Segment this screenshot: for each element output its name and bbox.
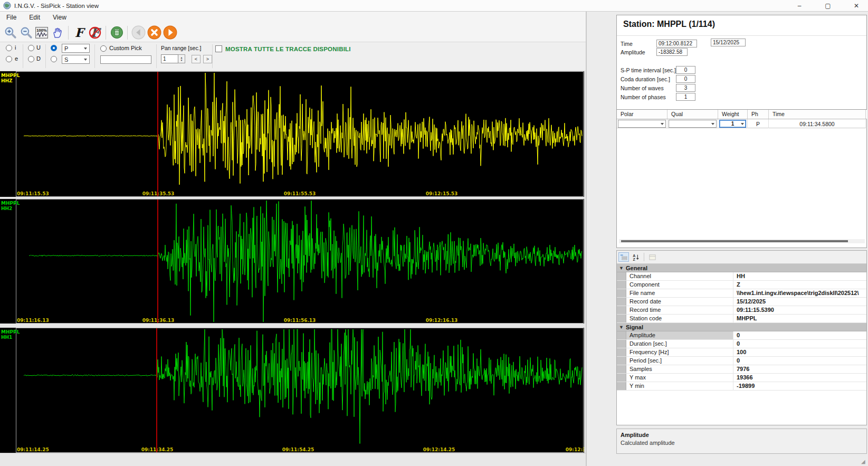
pick-table-header-time: Time: [769, 110, 866, 119]
field-input[interactable]: 1: [676, 93, 695, 101]
field-input[interactable]: 0: [676, 75, 695, 83]
alphabetical-sort-button[interactable]: AZ: [631, 252, 641, 262]
property-value: 0: [733, 340, 866, 348]
trash-button[interactable]: [109, 25, 125, 41]
amplitude-input[interactable]: -18382.58: [656, 48, 688, 56]
app-globe-icon: [3, 2, 11, 9]
field-label: Number of waves: [621, 85, 664, 91]
property-name: Frequency [Hz]: [626, 348, 733, 356]
weight-select[interactable]: 1: [719, 120, 746, 128]
property-description-text: Calculated amplitude: [621, 440, 863, 446]
property-row[interactable]: Amplitude0: [617, 331, 866, 340]
property-row[interactable]: Samples7976: [617, 365, 866, 374]
radio-p-phase[interactable]: [51, 45, 57, 51]
waveform: [16, 199, 583, 323]
polarity-select[interactable]: [618, 120, 666, 128]
property-row[interactable]: Duration [sec.]0: [617, 340, 866, 348]
time-tick-label: 09:12:14.25: [423, 447, 455, 452]
filter-f-off-button[interactable]: F: [87, 25, 103, 41]
p-pick-line[interactable]: [157, 72, 158, 196]
property-name: Y min: [626, 382, 733, 390]
property-row[interactable]: Period [sec.]0: [617, 357, 866, 365]
zoom-out-button[interactable]: [18, 25, 34, 41]
p-pick-line[interactable]: [156, 328, 157, 452]
trace-hh1[interactable]: MHPPLHH109:11:14.2509:11:34.2509:11:54.2…: [0, 328, 584, 453]
s-phase-select[interactable]: S: [62, 55, 90, 64]
nav-forward-button[interactable]: [162, 25, 178, 41]
radio-custom-pick[interactable]: [100, 45, 107, 52]
property-category-signal[interactable]: ▼Signal: [617, 323, 866, 331]
p-pick-line[interactable]: [157, 199, 158, 323]
custom-pick-input[interactable]: [100, 55, 151, 64]
property-row[interactable]: ChannelHH: [617, 272, 866, 281]
pan-right-button[interactable]: >: [203, 55, 212, 63]
field-label: Number of phases: [621, 94, 666, 100]
custom-pick-label: Custom Pick: [109, 45, 142, 51]
radio-up[interactable]: [28, 45, 34, 51]
radio-down[interactable]: [28, 56, 34, 62]
time-tick-label: 09:11:35.53: [142, 191, 175, 196]
property-value: 0: [733, 357, 866, 365]
trace-plot[interactable]: [16, 199, 584, 324]
zoom-in-button[interactable]: [2, 25, 18, 41]
property-row[interactable]: Y min-19899: [617, 382, 866, 391]
property-name: Duration [sec.]: [626, 340, 733, 348]
trace-hh2[interactable]: MHPPLHH209:11:16.1309:11:36.1309:11:56.1…: [0, 199, 584, 324]
field-input[interactable]: 0: [676, 66, 695, 74]
property-row[interactable]: Record time09:11:15.5390: [617, 306, 866, 315]
time-label: Time: [621, 41, 633, 47]
pick-table-scrollbar[interactable]: [619, 239, 865, 243]
trace-label: MHPPLHHZ: [1, 73, 20, 83]
menu-edit[interactable]: Edit: [23, 12, 46, 23]
property-name: Component: [626, 281, 733, 289]
menu-view[interactable]: View: [46, 12, 73, 23]
property-grid-toolbar: AZ: [617, 251, 866, 264]
property-row[interactable]: Y max19366: [617, 374, 866, 382]
property-name: Record date: [626, 298, 733, 306]
pan-range-spinner[interactable]: ▲▼: [178, 54, 185, 63]
property-row[interactable]: Frequency [Hz]100: [617, 348, 866, 357]
property-row[interactable]: Record date15/12/2025: [617, 298, 866, 306]
property-pages-button: [647, 252, 657, 262]
property-value: Z: [733, 281, 866, 289]
pan-left-button[interactable]: <: [192, 55, 201, 63]
filter-f-button[interactable]: F: [71, 25, 87, 41]
resize-grip-icon[interactable]: ◢: [861, 459, 866, 464]
radio-emergent[interactable]: [6, 56, 12, 62]
time-input[interactable]: 09:12:00.8122: [656, 40, 697, 47]
property-name: Station code: [626, 315, 733, 322]
pan-range-input[interactable]: 1: [161, 54, 178, 63]
radio-s-phase[interactable]: [51, 56, 57, 62]
zoom-100-button[interactable]: 100%: [34, 25, 50, 41]
close-button[interactable]: ✕: [850, 1, 863, 11]
time-tick-label: 09:11:56.13: [283, 318, 316, 323]
show-all-traces-checkbox[interactable]: [215, 45, 222, 52]
field-input[interactable]: 3: [676, 84, 695, 92]
time-tick-label: 09:11:54.25: [282, 447, 314, 452]
p-phase-select[interactable]: P: [62, 44, 90, 53]
trace-plot[interactable]: [16, 328, 584, 453]
toolbar: 100%FF: [0, 23, 586, 42]
quality-select[interactable]: [669, 120, 717, 128]
property-description-box: Amplitude Calculated amplitude: [616, 429, 867, 454]
pan-hand-button[interactable]: [50, 25, 65, 41]
cancel-button[interactable]: [146, 25, 162, 41]
property-category-general[interactable]: ▼General: [617, 264, 866, 272]
categorized-view-button[interactable]: [618, 252, 629, 262]
time-tick-label: 09:11:15.53: [17, 191, 50, 196]
amplitude-value: -18382.58: [659, 49, 682, 55]
radio-impulsive[interactable]: [6, 45, 12, 51]
trace-label: MHPPLHH1: [1, 329, 20, 340]
maximize-button[interactable]: ▢: [822, 1, 834, 11]
property-row[interactable]: ComponentZ: [617, 281, 866, 289]
trace-plot[interactable]: [16, 71, 584, 197]
field-label: Coda duration [sec.]: [621, 76, 670, 82]
property-grid-rows: ▼GeneralChannelHHComponentZFile name\\he…: [617, 264, 866, 391]
property-row[interactable]: Station codeMHPPL: [617, 315, 866, 323]
minimize-button[interactable]: –: [793, 1, 806, 11]
trace-hhz[interactable]: MHPPLHHZ09:11:15.5309:11:35.5309:11:55.5…: [0, 71, 584, 197]
menu-file[interactable]: File: [0, 12, 23, 23]
window-title: I.N.G.V. - SisPick - Station view: [14, 3, 99, 9]
property-row[interactable]: File name\\hew1.int.ingv.it\ewspace\trig…: [617, 289, 866, 298]
date-input[interactable]: 15/12/2025: [711, 39, 746, 46]
